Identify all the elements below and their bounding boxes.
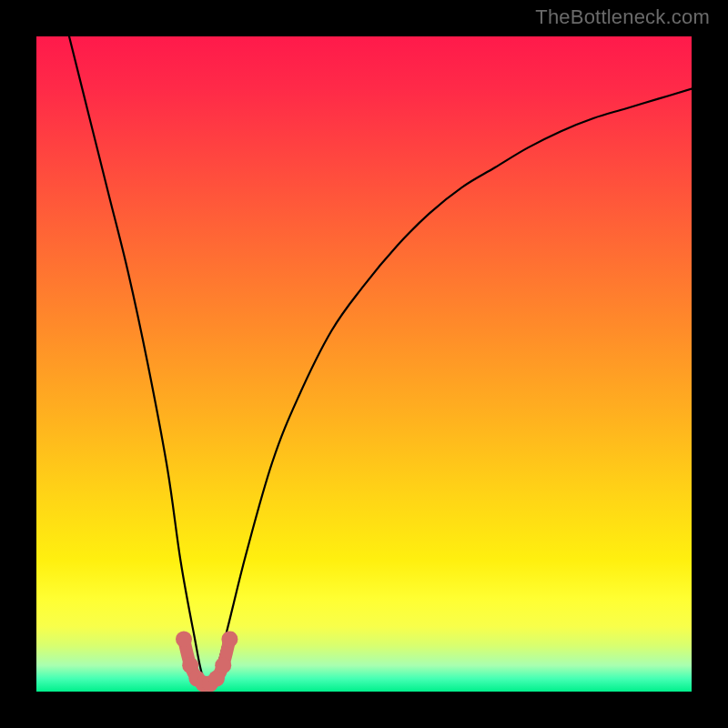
- chart-frame: TheBottleneck.com: [0, 0, 728, 728]
- curve-layer: [36, 36, 692, 692]
- highlight-dot: [221, 631, 238, 647]
- highlight-dot: [176, 631, 192, 647]
- plot-area: [36, 36, 692, 692]
- bottom-highlight-dots: [176, 631, 238, 692]
- highlight-dot: [215, 657, 231, 673]
- watermark-text: TheBottleneck.com: [535, 5, 710, 29]
- bottleneck-curve: [69, 36, 692, 684]
